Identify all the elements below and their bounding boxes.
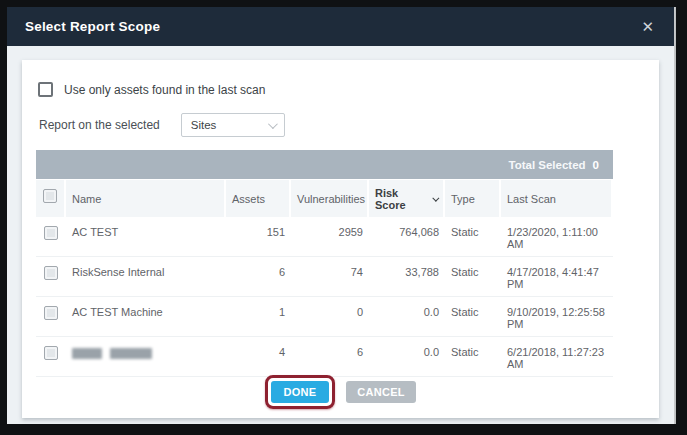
scope-dropdown[interactable]: Sites [181,113,285,137]
table-row[interactable]: 460.0Static6/21/2018, 11:27:23 AM [36,337,613,377]
cell-last_scan: 6/21/2018, 11:27:23 AM [501,337,613,376]
row-checkbox-cell [36,257,66,296]
report-scope-row: Report on the selected Sites [39,113,285,137]
select-all-checkbox[interactable] [43,189,57,203]
modal-header: Select Report Scope ✕ [7,7,674,46]
row-checkbox[interactable] [44,226,58,240]
row-checkbox-cell [36,337,66,376]
row-checkbox-cell [36,217,66,256]
table-row[interactable]: AC TEST Machine100.0Static9/10/2019, 12:… [36,297,613,337]
report-on-label: Report on the selected [39,118,160,132]
cell-assets: 151 [226,217,291,256]
last-scan-filter-row: Use only assets found in the last scan [38,82,265,97]
cell-type: Static [445,257,501,296]
table-row[interactable]: AC TEST1512959764,068Static1/23/2020, 1:… [36,217,613,257]
column-header-vulnerabilities[interactable]: Vulnerabilities [291,180,369,217]
modal-footer: DONE CANCEL [22,375,659,409]
cell-last_scan: 4/17/2018, 4:41:47 PM [501,257,613,296]
column-header-name[interactable]: Name [66,180,226,217]
close-icon[interactable]: ✕ [641,19,654,34]
cancel-button[interactable]: CANCEL [346,381,416,403]
cell-type: Static [445,337,501,376]
row-checkbox[interactable] [44,306,58,320]
cell-risk_score: 0.0 [369,337,445,376]
select-report-scope-modal: Select Report Scope ✕ Use only assets fo… [7,7,674,424]
redacted-name-block [110,348,152,359]
cell-vulnerabilities: 0 [291,297,369,336]
cell-type: Static [445,217,501,256]
select-all-cell [36,180,66,217]
modal-title: Select Report Scope [25,19,160,34]
table-header-row: NameAssetsVulnerabilitiesRisk ScoreTypeL… [36,180,613,217]
cell-assets: 6 [226,257,291,296]
row-checkbox-cell [36,297,66,336]
column-header-type[interactable]: Type [445,180,501,217]
cell-name: RiskSense Internal [66,257,226,296]
cell-last_scan: 9/10/2019, 12:25:58 PM [501,297,613,336]
chevron-down-icon [268,119,278,129]
cell-risk_score: 764,068 [369,217,445,256]
cell-name: AC TEST [66,217,226,256]
total-selected-bar: Total Selected 0 [36,150,613,179]
table-body: AC TEST1512959764,068Static1/23/2020, 1:… [36,217,613,377]
table-row[interactable]: RiskSense Internal67433,788Static4/17/20… [36,257,613,297]
cell-type: Static [445,297,501,336]
column-header-last_scan[interactable]: Last Scan [501,180,613,217]
modal-body-panel: Use only assets found in the last scan R… [22,60,659,418]
last-scan-checkbox-label: Use only assets found in the last scan [64,83,265,97]
scope-dropdown-value: Sites [191,119,217,131]
sort-chevron-down-icon [433,194,440,201]
total-selected-count: 0 [593,159,599,171]
sites-table: Total Selected 0 NameAssetsVulnerabiliti… [36,150,613,377]
cell-last_scan: 1/23/2020, 1:11:00 AM [501,217,613,256]
column-header-risk_score[interactable]: Risk Score [369,180,445,217]
done-button[interactable]: DONE [271,381,329,403]
cell-name [66,337,226,376]
annotation-highlight-circle: DONE [265,375,335,409]
cell-risk_score: 33,788 [369,257,445,296]
row-checkbox[interactable] [44,346,58,360]
cell-risk_score: 0.0 [369,297,445,336]
screenshot-frame: Select Report Scope ✕ Use only assets fo… [0,0,687,435]
cell-name: AC TEST Machine [66,297,226,336]
column-header-assets[interactable]: Assets [226,180,291,217]
row-checkbox[interactable] [44,266,58,280]
cell-vulnerabilities: 6 [291,337,369,376]
last-scan-checkbox[interactable] [38,82,53,97]
total-selected-label: Total Selected [508,159,585,171]
redacted-name-block [72,348,102,359]
cell-assets: 4 [226,337,291,376]
cell-assets: 1 [226,297,291,336]
cell-vulnerabilities: 74 [291,257,369,296]
cell-vulnerabilities: 2959 [291,217,369,256]
